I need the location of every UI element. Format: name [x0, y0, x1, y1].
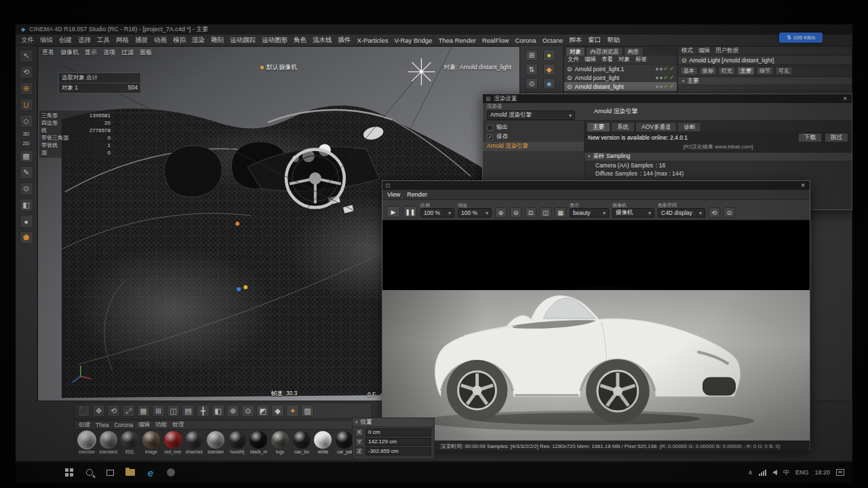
menu-item[interactable]: 工具 — [97, 36, 110, 45]
om-tab[interactable]: 构造 — [624, 47, 644, 56]
am-tab[interactable]: 灯光 — [718, 66, 736, 75]
viewport-menu-item[interactable]: 面板 — [140, 48, 152, 57]
app-button[interactable] — [161, 462, 181, 483]
download-button[interactable]: 下载 — [798, 133, 822, 142]
zoom-dropdown[interactable]: 100 %▾ — [458, 208, 492, 218]
scale-mode-icon[interactable]: ⤢ — [122, 405, 135, 417]
edge-button[interactable]: e — [140, 462, 161, 483]
menu-item[interactable]: 编辑 — [40, 36, 53, 45]
action-center-icon[interactable] — [836, 469, 844, 476]
material-item[interactable]: houshij — [226, 431, 248, 455]
param-value[interactable]: : 16 — [656, 162, 665, 169]
am-tab[interactable]: 坐标 — [699, 66, 717, 75]
sidebar-item-arnold[interactable]: Arnold 渲染引擎 — [483, 142, 584, 151]
tray-expand-icon[interactable]: ∧ — [748, 469, 753, 476]
close-icon[interactable]: × — [799, 182, 807, 189]
undo-icon[interactable]: ⟲ — [20, 66, 33, 79]
mirror-tool-icon[interactable]: ◇ — [20, 115, 33, 127]
coord-y-input[interactable]: 142.129 cm — [366, 438, 431, 446]
sidebar-item-output[interactable]: 输出 — [483, 123, 584, 132]
menu-item[interactable]: 运动图形 — [262, 36, 288, 45]
snap2-icon[interactable]: ⊕ — [226, 405, 239, 417]
am-tab[interactable]: 主要 — [737, 66, 755, 75]
sampling-header[interactable]: ▾ 采样 Sampling — [585, 152, 852, 161]
menu-item[interactable]: 创建 — [59, 36, 72, 45]
material-menu-item[interactable]: 创建 — [79, 421, 90, 429]
om-menu-item[interactable]: 对象 — [618, 56, 630, 64]
layer-mode-icon[interactable]: ▥ — [301, 405, 314, 417]
viewport-menu-item[interactable]: 过滤 — [121, 48, 134, 57]
render-view-titlebar[interactable]: ⊡ × — [382, 181, 810, 190]
render-settings-titlebar[interactable]: ⊞ 渲染设置 × — [483, 94, 852, 103]
material-item[interactable]: white — [313, 431, 334, 455]
rs-tab[interactable]: 主要 — [587, 122, 610, 131]
menu-item[interactable]: Octane — [542, 37, 564, 44]
object-row[interactable]: ⊙ Arnold point_light ✓✓ — [564, 73, 677, 82]
rs-tab[interactable]: 系统 — [611, 122, 635, 131]
dot-mode-icon[interactable]: ⊙ — [241, 405, 254, 417]
material-item[interactable]: standan — [205, 431, 226, 455]
sun-icon[interactable]: ◆ — [543, 64, 555, 75]
net-speed-badge[interactable]: ⇅ 105 KB/s — [779, 33, 823, 43]
camera-icon[interactable]: ■ — [543, 78, 555, 89]
colorspace-dropdown[interactable]: C4D display▾ — [658, 208, 705, 218]
fit-icon[interactable]: ⊡ — [525, 207, 536, 218]
menu-item[interactable]: 流水线 — [313, 36, 332, 45]
menu-item[interactable]: Thea Render — [438, 37, 475, 44]
menu-item[interactable]: 脚本 — [569, 36, 582, 45]
edge-mode-icon[interactable]: ◩ — [256, 405, 269, 417]
om-menu-item[interactable]: 标签 — [635, 56, 647, 64]
am-menu-item[interactable]: 编辑 — [698, 47, 710, 55]
magnet-icon[interactable]: U — [20, 98, 33, 111]
material-menu-item[interactable]: 功能 — [155, 421, 167, 429]
lattice-icon[interactable]: ▤ — [182, 405, 195, 417]
check-icon[interactable]: ✓ — [664, 84, 669, 89]
am-menu-item[interactable]: 模式 — [682, 47, 693, 55]
menu-item[interactable]: 网格 — [116, 36, 129, 45]
checkbox-icon[interactable]: ✓ — [487, 134, 493, 140]
display-dropdown[interactable]: beauty▾ — [570, 208, 609, 218]
clock[interactable]: 18:20 — [814, 469, 830, 476]
material-item[interactable]: image — [140, 431, 162, 455]
rs-tab[interactable]: 诊断 — [677, 122, 701, 131]
menu-item[interactable]: V-Ray Bridge — [394, 37, 432, 44]
material-menu-item[interactable]: 纹理 — [172, 421, 184, 429]
check-icon[interactable]: ✓ — [669, 84, 674, 89]
scale-dropdown[interactable]: 100 %▾ — [420, 208, 454, 218]
rv-menu-item[interactable]: Render — [407, 191, 427, 198]
start-button[interactable] — [59, 462, 79, 483]
sphere-tool-icon[interactable]: ⊙ — [20, 182, 33, 195]
split-icon[interactable]: ◫ — [167, 405, 180, 417]
close-icon[interactable]: × — [841, 96, 849, 102]
language-indicator[interactable]: ENG — [795, 469, 809, 476]
menu-item[interactable]: 角色 — [294, 36, 307, 45]
menu-item[interactable]: 插件 — [338, 36, 351, 45]
renderer-dropdown[interactable]: Arnold 渲染引擎 ▾ — [487, 110, 575, 120]
menu-item[interactable]: 窗口 — [588, 36, 601, 45]
check-icon[interactable]: ✓ — [664, 75, 669, 81]
coord-z-input[interactable]: -302.855 cm — [366, 447, 431, 455]
material-item[interactable]: standan — [76, 431, 98, 455]
search-button[interactable] — [79, 462, 100, 483]
ime-indicator[interactable]: 中 — [783, 468, 789, 477]
network-icon[interactable] — [759, 470, 766, 476]
workplane-icon[interactable]: ◧ — [212, 405, 224, 417]
menu-item[interactable]: X-Particles — [357, 37, 389, 44]
rv-menu-item[interactable]: View — [387, 191, 400, 198]
menu-item[interactable]: 捕捉 — [135, 36, 148, 45]
zoom-out-icon[interactable]: ⊖ — [510, 207, 521, 218]
snapshot-icon[interactable]: ⊙ — [724, 207, 735, 218]
viewport-menu-item[interactable]: 摄像机 — [60, 48, 79, 57]
object-row[interactable]: ⊙ Arnold point_light.1 ✓✓ — [564, 64, 677, 73]
rs-tab[interactable]: AOV多通道 — [635, 122, 677, 131]
move-mode-icon[interactable]: ✥ — [92, 405, 105, 417]
rotate-mode-icon[interactable]: ⟲ — [107, 405, 120, 417]
mode-2d-label[interactable]: 2D — [22, 140, 29, 146]
spline-tool-icon[interactable]: ⬟ — [20, 231, 33, 244]
skip-button[interactable]: 跳过 — [825, 133, 848, 142]
om-menu-item[interactable]: 查看 — [601, 56, 613, 64]
om-tab[interactable]: 对象 — [566, 47, 585, 56]
viewport-menu-item[interactable]: 选项 — [103, 48, 115, 57]
om-menu-item[interactable]: 编辑 — [585, 56, 596, 64]
swap-icon[interactable]: ⇅ — [526, 64, 538, 75]
